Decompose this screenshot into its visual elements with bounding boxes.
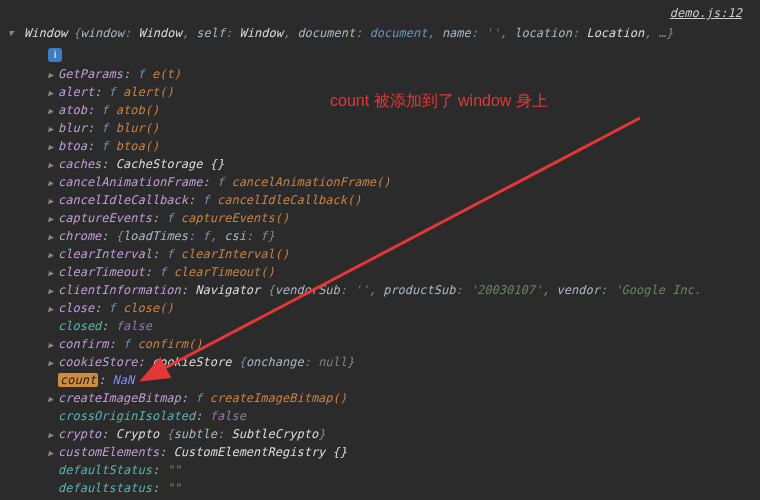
chevron-right-icon[interactable]	[48, 156, 56, 174]
chevron-right-icon[interactable]	[48, 102, 56, 120]
chevron-right-icon[interactable]	[48, 84, 56, 102]
chevron-right-icon[interactable]	[48, 120, 56, 138]
prop-caches[interactable]: caches: CacheStorage {}	[48, 155, 752, 173]
prop-btoa[interactable]: btoa: f btoa()	[48, 137, 752, 155]
console-output: Window {window: Window, self: Window, do…	[0, 0, 760, 500]
prop-getparams[interactable]: GetParams: f e(t)	[48, 65, 752, 83]
chevron-right-icon[interactable]	[48, 264, 56, 282]
chevron-right-icon[interactable]	[48, 336, 56, 354]
source-link[interactable]: demo.js:12	[670, 4, 742, 22]
expand-icon[interactable]	[8, 24, 16, 42]
chevron-right-icon[interactable]	[48, 444, 56, 462]
object-summary: {window: Window, self: Window, document:…	[73, 24, 673, 42]
prop-captureevents[interactable]: captureEvents: f captureEvents()	[48, 209, 752, 227]
chevron-right-icon[interactable]	[48, 66, 56, 84]
prop-crypto[interactable]: crypto: Crypto {subtle: SubtleCrypto}	[48, 425, 752, 443]
object-header[interactable]: Window {window: Window, self: Window, do…	[8, 24, 752, 42]
prop-crossoriginisolated[interactable]: crossOriginIsolated: false	[48, 407, 752, 425]
prop-cleartimeout[interactable]: clearTimeout: f clearTimeout()	[48, 263, 752, 281]
prop-cancelanimationframe[interactable]: cancelAnimationFrame: f cancelAnimationF…	[48, 173, 752, 191]
prop-clientinformation[interactable]: clientInformation: Navigator {vendorSub:…	[48, 281, 752, 299]
chevron-right-icon[interactable]	[48, 282, 56, 300]
chevron-right-icon[interactable]	[48, 228, 56, 246]
prop-defaultstatus-lower[interactable]: defaultstatus: ""	[48, 479, 752, 497]
prop-createimagebitmap[interactable]: createImageBitmap: f createImageBitmap()	[48, 389, 752, 407]
chevron-right-icon[interactable]	[48, 138, 56, 156]
prop-blur[interactable]: blur: f blur()	[48, 119, 752, 137]
prop-atob[interactable]: atob: f atob()	[48, 101, 752, 119]
prop-customelements[interactable]: customElements: CustomElementRegistry {}	[48, 443, 752, 461]
info-icon[interactable]: i	[48, 48, 62, 62]
chevron-right-icon[interactable]	[48, 354, 56, 372]
object-class: Window	[24, 24, 67, 42]
prop-closed[interactable]: closed: false	[48, 317, 752, 335]
chevron-right-icon[interactable]	[48, 192, 56, 210]
chevron-right-icon[interactable]	[48, 174, 56, 192]
prop-chrome[interactable]: chrome: {loadTimes: f, csi: f}	[48, 227, 752, 245]
chevron-right-icon[interactable]	[48, 390, 56, 408]
prop-cookiestore[interactable]: cookieStore: cookieStore {onchange: null…	[48, 353, 752, 371]
prop-defaultstatus-upper[interactable]: defaultStatus: ""	[48, 461, 752, 479]
chevron-right-icon[interactable]	[48, 300, 56, 318]
prop-count[interactable]: count: NaN	[48, 371, 752, 389]
chevron-right-icon[interactable]	[48, 210, 56, 228]
properties-list: GetParams: f e(t) alert: f alert() atob:…	[48, 65, 752, 497]
prop-alert[interactable]: alert: f alert()	[48, 83, 752, 101]
prop-clearinterval[interactable]: clearInterval: f clearInterval()	[48, 245, 752, 263]
prop-cancelidlecallback[interactable]: cancelIdleCallback: f cancelIdleCallback…	[48, 191, 752, 209]
chevron-right-icon[interactable]	[48, 246, 56, 264]
prop-close[interactable]: close: f close()	[48, 299, 752, 317]
prop-confirm[interactable]: confirm: f confirm()	[48, 335, 752, 353]
chevron-right-icon[interactable]	[48, 426, 56, 444]
